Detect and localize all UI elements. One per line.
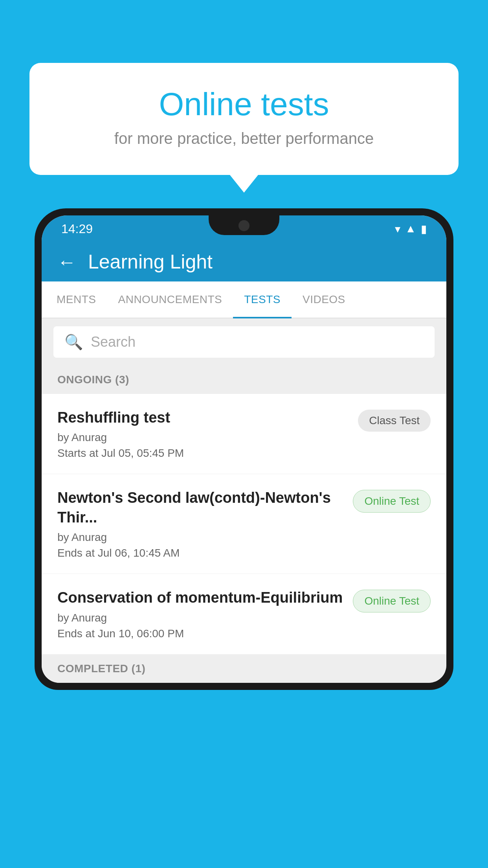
test-date: Ends at Jul 06, 10:45 AM <box>57 547 345 559</box>
camera-icon <box>238 220 250 231</box>
bubble-subtitle: for more practice, better performance <box>61 130 427 147</box>
test-author: by Anurag <box>57 431 350 444</box>
tab-ments[interactable]: MENTS <box>46 281 107 318</box>
test-badge-online: Online Test <box>353 490 431 513</box>
bubble-title: Online tests <box>61 86 427 122</box>
ongoing-label: ONGOING (3) <box>57 373 129 386</box>
test-author: by Anurag <box>57 612 345 624</box>
speech-bubble: Online tests for more practice, better p… <box>29 63 459 175</box>
test-badge-online-2: Online Test <box>353 590 431 612</box>
search-placeholder: Search <box>91 334 136 350</box>
app-title: Learning Light <box>88 250 213 273</box>
test-info: Newton's Second law(contd)-Newton's Thir… <box>57 488 345 559</box>
test-badge-class: Class Test <box>358 410 431 432</box>
back-button[interactable]: ← <box>57 251 76 273</box>
completed-label: COMPLETED (1) <box>57 662 145 675</box>
completed-section-header: COMPLETED (1) <box>42 655 446 683</box>
battery-icon: ▮ <box>421 223 427 235</box>
test-list: Reshuffling test by Anurag Starts at Jul… <box>42 394 446 655</box>
tab-announcements[interactable]: ANNOUNCEMENTS <box>107 281 233 318</box>
signal-icon: ▲ <box>405 223 416 235</box>
test-date: Starts at Jul 05, 05:45 PM <box>57 447 350 460</box>
test-item[interactable]: Conservation of momentum-Equilibrium by … <box>42 574 446 654</box>
status-time: 14:29 <box>61 222 93 236</box>
search-container: 🔍 Search <box>42 318 446 366</box>
tab-videos[interactable]: VIDEOS <box>292 281 356 318</box>
tabs-container: MENTS ANNOUNCEMENTS TESTS VIDEOS <box>42 281 446 318</box>
test-info: Conservation of momentum-Equilibrium by … <box>57 588 345 640</box>
app-header: ← Learning Light <box>42 242 446 281</box>
phone-notch <box>209 215 279 235</box>
tab-tests[interactable]: TESTS <box>233 281 292 318</box>
test-date: Ends at Jun 10, 06:00 PM <box>57 627 345 640</box>
ongoing-section-header: ONGOING (3) <box>42 366 446 394</box>
test-info: Reshuffling test by Anurag Starts at Jul… <box>57 408 350 460</box>
test-name: Reshuffling test <box>57 408 350 427</box>
search-icon: 🔍 <box>64 333 83 351</box>
phone-screen: 14:29 ▾ ▲ ▮ ← Learning Light MENTS ANNOU… <box>42 215 446 683</box>
wifi-icon: ▾ <box>395 223 400 235</box>
phone-wrapper: 14:29 ▾ ▲ ▮ ← Learning Light MENTS ANNOU… <box>35 208 453 868</box>
search-bar[interactable]: 🔍 Search <box>53 326 435 358</box>
test-name: Newton's Second law(contd)-Newton's Thir… <box>57 488 345 527</box>
phone-outer: 14:29 ▾ ▲ ▮ ← Learning Light MENTS ANNOU… <box>35 208 453 690</box>
test-item[interactable]: Reshuffling test by Anurag Starts at Jul… <box>42 394 446 474</box>
status-icons: ▾ ▲ ▮ <box>395 223 427 235</box>
test-author: by Anurag <box>57 531 345 544</box>
test-item[interactable]: Newton's Second law(contd)-Newton's Thir… <box>42 474 446 574</box>
test-name: Conservation of momentum-Equilibrium <box>57 588 345 607</box>
